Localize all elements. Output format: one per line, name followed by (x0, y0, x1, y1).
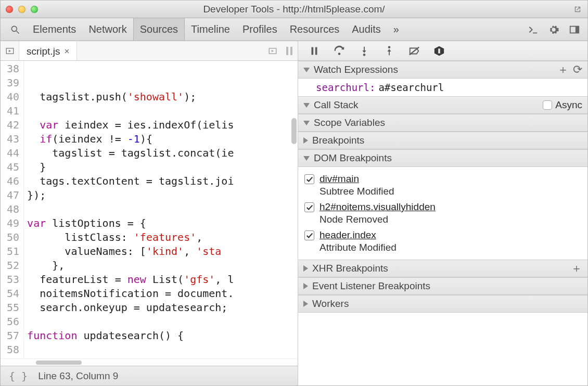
tab-script-js[interactable]: script.js × (19, 41, 77, 60)
panel-elements[interactable]: Elements (27, 18, 82, 41)
dom-breakpoint-type: Node Removed (319, 214, 436, 225)
section-workers[interactable]: Workers (298, 295, 587, 313)
dom-selector: header.index (319, 229, 397, 241)
chevron-down-icon (303, 68, 310, 72)
code-line[interactable]: } (27, 160, 298, 174)
section-title: Workers (312, 298, 349, 310)
code-line[interactable]: noitemsNotification = document. (27, 287, 298, 301)
panel-profiles[interactable]: Profiles (236, 18, 284, 41)
section-scope-variables[interactable]: Scope Variables (298, 114, 587, 132)
svg-marker-7 (272, 49, 274, 52)
add-watch-icon[interactable]: ＋ (557, 62, 569, 78)
code-line[interactable]: var listOptions = { (27, 216, 298, 230)
svg-rect-3 (576, 26, 579, 33)
panel-network[interactable]: Network (82, 18, 133, 41)
svg-line-1 (17, 31, 19, 33)
code-text[interactable]: tagslist.push('showall'); var ieindex = … (24, 61, 298, 358)
dom-breakpoint-item[interactable]: h2#noitems.visuallyhiddenNode Removed (304, 199, 581, 227)
panel-resources[interactable]: Resources (284, 18, 346, 41)
debugger-toolbar (298, 41, 587, 61)
chevron-right-icon (303, 137, 308, 144)
async-label: Async (555, 99, 582, 111)
code-line[interactable] (27, 343, 298, 357)
source-tab-row: script.js × (1, 41, 298, 61)
section-title: DOM Breakpoints (314, 152, 392, 164)
code-line[interactable]: if(ieindex != -1){ (27, 132, 298, 146)
step-over-icon[interactable] (334, 45, 345, 57)
section-title: Event Listener Breakpoints (312, 280, 430, 292)
dom-breakpoint-type: Subtree Modified (319, 186, 394, 197)
step-out-icon[interactable] (384, 45, 395, 57)
svg-rect-17 (438, 48, 440, 53)
scrollbar-vertical[interactable] (291, 118, 297, 144)
navigator-toggle[interactable] (1, 41, 19, 60)
section-call-stack[interactable]: Call Stack Async (298, 96, 587, 114)
watch-value: a#searchurl (378, 82, 444, 93)
pause-icon[interactable] (281, 41, 298, 60)
console-icon[interactable] (527, 24, 539, 35)
dom-selector: div#main (319, 173, 394, 185)
add-xhr-icon[interactable]: ＋ (571, 261, 582, 276)
code-line[interactable] (27, 104, 298, 118)
code-line[interactable]: function updatesearch() { (27, 329, 298, 343)
close-light[interactable] (6, 6, 13, 13)
code-line[interactable] (27, 315, 298, 329)
code-editor[interactable]: 3839404142434445464748495051525354555657… (1, 61, 298, 358)
dom-breakpoint-item[interactable]: div#mainSubtree Modified (304, 171, 581, 199)
svg-rect-8 (286, 47, 288, 55)
async-toggle[interactable]: Async (543, 99, 582, 111)
dock-icon[interactable] (569, 24, 580, 35)
step-into-icon[interactable] (359, 45, 370, 57)
cursor-position: Line 63, Column 9 (38, 370, 118, 382)
checkbox-icon[interactable] (304, 174, 314, 184)
panel-timeline[interactable]: Timeline (185, 18, 236, 41)
search-button[interactable] (4, 18, 27, 41)
watch-item[interactable]: searchurl: a#searchurl (312, 82, 581, 93)
scrollbar-horizontal-track (1, 358, 298, 366)
code-line[interactable]: listClass: 'features', (27, 230, 298, 245)
section-breakpoints[interactable]: Breakpoints (298, 132, 587, 149)
deactivate-breakpoints-icon[interactable] (408, 45, 420, 57)
code-line[interactable]: }, (27, 259, 298, 273)
panel-sources[interactable]: Sources (133, 18, 185, 41)
section-event-listener-breakpoints[interactable]: Event Listener Breakpoints (298, 277, 587, 295)
scrollbar-horizontal[interactable] (36, 361, 82, 365)
chevron-right-icon (303, 283, 308, 289)
zoom-light[interactable] (31, 6, 38, 13)
dom-breakpoints-body: div#mainSubtree Modifiedh2#noitems.visua… (298, 167, 587, 260)
panel-audits[interactable]: Audits (346, 18, 387, 41)
checkbox-icon[interactable] (304, 202, 314, 212)
dom-breakpoint-item[interactable]: header.indexAttribute Modified (304, 227, 581, 255)
code-line[interactable]: valueNames: ['kind', 'sta (27, 245, 298, 259)
pretty-print-icon[interactable]: { } (9, 370, 28, 382)
code-line[interactable]: var ieindex = ies.indexOf(ielis (27, 118, 298, 132)
section-dom-breakpoints[interactable]: DOM Breakpoints (298, 149, 587, 167)
dom-selector: h2#noitems.visuallyhidden (319, 201, 436, 213)
close-icon[interactable]: × (64, 46, 69, 57)
chevron-right-icon (303, 301, 308, 307)
gear-icon[interactable] (548, 24, 559, 35)
pause-on-exceptions-icon[interactable] (433, 45, 445, 57)
refresh-icon[interactable]: ⟳ (573, 63, 582, 76)
code-line[interactable]: tagslist = tagslist.concat(ie (27, 146, 298, 160)
section-watch-expressions[interactable]: Watch Expressions ＋ ⟳ (298, 61, 587, 79)
code-line[interactable]: tagslist.push('showall'); (27, 90, 298, 104)
pause-script-icon[interactable] (309, 45, 320, 57)
popout-icon[interactable] (573, 5, 582, 14)
svg-point-0 (11, 26, 17, 31)
code-line[interactable] (27, 357, 298, 358)
code-line[interactable] (27, 202, 298, 216)
code-line[interactable]: search.onkeyup = updatesearch; (27, 301, 298, 315)
code-line[interactable]: featureList = new List('gfs', l (27, 273, 298, 287)
code-line[interactable]: }); (27, 188, 298, 202)
panel-overflow[interactable]: » (387, 18, 405, 41)
main-toolbar: Elements Network Sources Timeline Profil… (1, 18, 587, 41)
checkbox-icon[interactable] (304, 230, 314, 240)
section-title: Breakpoints (312, 135, 364, 146)
section-xhr-breakpoints[interactable]: XHR Breakpoints ＋ (298, 260, 587, 277)
minimize-light[interactable] (18, 6, 25, 13)
run-snippet-icon[interactable] (264, 41, 281, 60)
checkbox-icon[interactable] (543, 100, 552, 110)
window-title: Developer Tools - http://html5please.com… (1, 4, 587, 15)
code-line[interactable]: tags.textContent = tagslist.joi (27, 174, 298, 188)
